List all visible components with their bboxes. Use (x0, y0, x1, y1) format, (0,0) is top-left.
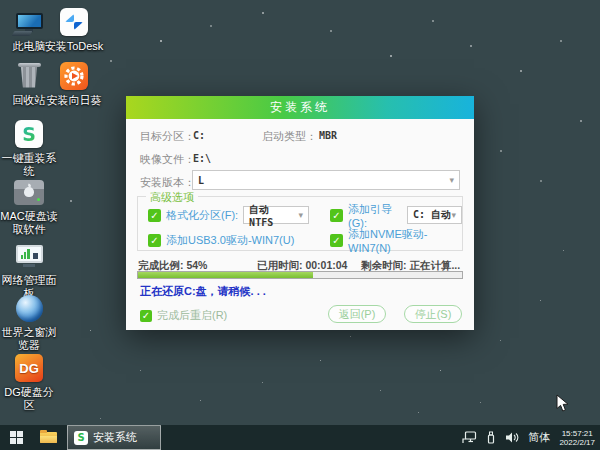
taskbar-task-install-system[interactable]: S 安装系统 (67, 425, 161, 450)
desktop-icon-install-todesk[interactable]: 安装ToDesk (42, 6, 106, 53)
input-method-indicator[interactable]: 简体 (528, 430, 550, 445)
this-pc-icon (13, 6, 45, 38)
chevron-down-icon: ▾ (299, 210, 304, 220)
dg-partition-icon: DG (13, 352, 45, 384)
sunflower-icon (58, 60, 90, 92)
desktop-icon-label: MAC硬盘读取软件 (0, 210, 58, 236)
taskbar-clock[interactable]: 15:57:21 2022/2/17 (559, 429, 595, 447)
mouse-cursor (556, 394, 569, 417)
desktop-icon-network-panel[interactable]: 网络管理面板 (0, 240, 58, 300)
windows-logo-icon (10, 431, 23, 444)
reboot-after-label: 完成后重启(R) (157, 308, 227, 323)
install-version-select[interactable]: L ▾ (192, 170, 460, 190)
boot-type-value: MBR (319, 130, 337, 141)
restore-status-text: 正在还原C:盘，请稍候. . . (140, 284, 266, 299)
nvme-driver-checkbox[interactable]: ✓ (330, 234, 343, 247)
desktop-background: 此电脑 安装ToDesk 回收站 安装向日葵 S 一键重装系统 (0, 0, 600, 450)
folder-icon (40, 432, 57, 443)
usb-device-tray-icon[interactable] (486, 431, 496, 445)
install-system-dialog: 安装系统 目标分区： C: 启动类型： MBR 映像文件： E:\ 安装版本： … (126, 96, 474, 330)
desktop-icon-world-window-browser[interactable]: 世界之窗浏览器 (0, 292, 58, 352)
format-partition-checkbox[interactable]: ✓ (148, 209, 161, 222)
chevron-down-icon: ▾ (451, 210, 456, 220)
start-button[interactable] (0, 425, 33, 450)
gear-play-glyph (63, 65, 85, 87)
format-mode-select[interactable]: 自动 NTFS ▾ (243, 206, 309, 224)
clock-date: 2022/2/17 (559, 438, 595, 447)
dialog-title: 安装系统 (270, 99, 330, 116)
globe-icon (13, 292, 45, 324)
progress-bar-fill (138, 272, 313, 278)
desktop-icon-label: 此电脑 (13, 40, 46, 53)
todesk-icon (58, 6, 90, 38)
add-boot-label: 添加引导(G): (348, 202, 402, 229)
system-tray: 简体 15:57:21 2022/2/17 (462, 425, 600, 450)
nvme-driver-label: 添加NVME驱动-WIN7(N) (348, 227, 462, 254)
recycle-bin-icon (13, 60, 45, 92)
desktop-icon-label: 安装ToDesk (45, 40, 104, 53)
target-partition-value: C: (193, 130, 205, 141)
task-label: 安装系统 (93, 430, 137, 445)
target-partition-label: 目标分区： (140, 129, 195, 144)
reboot-after-checkbox[interactable]: ✓ (140, 310, 152, 322)
progress-bar (137, 271, 463, 279)
desktop-icon-label: DG硬盘分区 (0, 386, 58, 412)
image-file-label: 映像文件： (140, 152, 195, 167)
stop-button[interactable]: 停止(S) (404, 305, 462, 323)
usb3-driver-checkbox[interactable]: ✓ (148, 234, 161, 247)
usb3-driver-label: 添加USB3.0驱动-WIN7(U) (166, 233, 294, 248)
advanced-options-label: 高级选项 (146, 190, 198, 205)
one-key-reinstall-icon: S (13, 118, 45, 150)
desktop-icon-label: 安装向日葵 (47, 94, 102, 107)
network-panel-icon (13, 240, 45, 272)
add-boot-checkbox[interactable]: ✓ (330, 209, 343, 222)
dialog-titlebar[interactable]: 安装系统 (126, 96, 474, 119)
desktop-icon-dg-partition[interactable]: DG DG硬盘分区 (0, 352, 58, 412)
volume-tray-icon[interactable] (505, 431, 519, 444)
install-system-task-icon: S (74, 431, 88, 445)
desktop-icon-one-key-reinstall[interactable]: S 一键重装系统 (0, 118, 58, 178)
clock-time: 15:57:21 (559, 429, 595, 438)
file-explorer-button[interactable] (33, 425, 64, 450)
network-tray-icon[interactable] (462, 431, 477, 444)
desktop-icon-label: 世界之窗浏览器 (0, 326, 58, 352)
desktop-icon-install-sunflower[interactable]: 安装向日葵 (42, 60, 106, 107)
install-version-label: 安装版本： (140, 175, 195, 190)
back-button[interactable]: 返回(P) (328, 305, 386, 323)
image-file-value: E:\ (193, 153, 211, 164)
advanced-options-group: 高级选项 ✓ 格式化分区(F): 自动 NTFS ▾ ✓ 添加引导(G): C:… (137, 196, 463, 251)
boot-type-label: 启动类型： (262, 129, 317, 144)
desktop-icon-mac-disk-reader[interactable]: MAC硬盘读取软件 (0, 176, 58, 236)
boot-target-select[interactable]: C: 自动 ▾ (407, 206, 462, 224)
desktop-icon-label: 回收站 (13, 94, 46, 107)
desktop-icon-label: 一键重装系统 (0, 152, 58, 178)
mac-disk-icon (13, 176, 45, 208)
taskbar: S 安装系统 (0, 425, 600, 450)
format-partition-label: 格式化分区(F): (166, 208, 238, 223)
chevron-down-icon: ▾ (449, 175, 454, 185)
star-dots (0, 0, 1, 1)
